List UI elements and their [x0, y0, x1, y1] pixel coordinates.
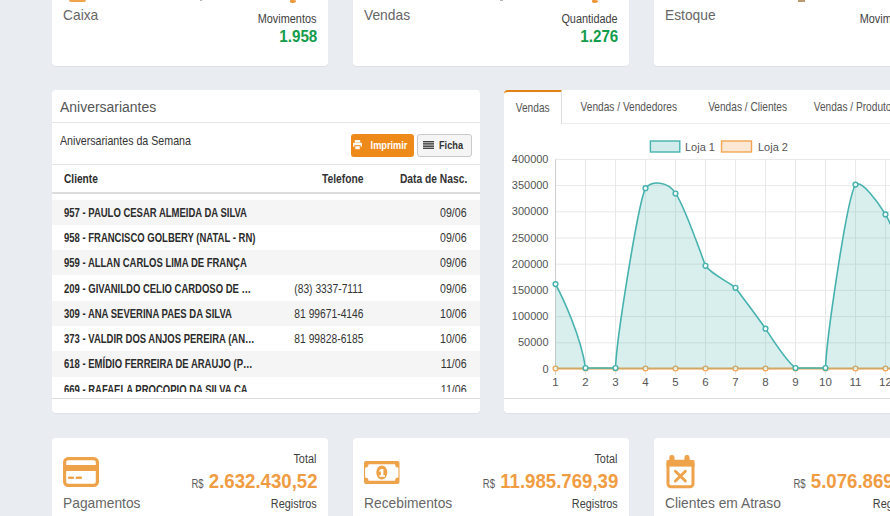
svg-text:10: 10 [819, 376, 832, 388]
svg-text:350000: 350000 [512, 179, 549, 191]
svg-text:400000: 400000 [512, 153, 549, 165]
svg-text:2: 2 [582, 376, 588, 388]
svg-text:1: 1 [552, 376, 558, 388]
svg-text:3: 3 [612, 376, 618, 388]
svg-text:250000: 250000 [512, 232, 549, 244]
svg-text:50000: 50000 [518, 336, 549, 348]
svg-text:100000: 100000 [512, 310, 549, 322]
svg-text:9: 9 [792, 376, 798, 388]
svg-text:0: 0 [542, 363, 548, 375]
svg-text:12: 12 [879, 376, 890, 388]
svg-text:150000: 150000 [512, 284, 549, 296]
svg-text:7: 7 [732, 376, 738, 388]
svg-text:8: 8 [762, 376, 768, 388]
svg-text:6: 6 [702, 376, 708, 388]
svg-text:300000: 300000 [512, 205, 549, 217]
svg-text:Loja 1: Loja 1 [685, 141, 715, 153]
svg-text:11: 11 [850, 376, 862, 388]
svg-text:4: 4 [642, 376, 649, 388]
svg-text:Loja 2: Loja 2 [758, 141, 788, 153]
svg-text:5: 5 [672, 376, 678, 388]
svg-text:200000: 200000 [512, 258, 549, 270]
